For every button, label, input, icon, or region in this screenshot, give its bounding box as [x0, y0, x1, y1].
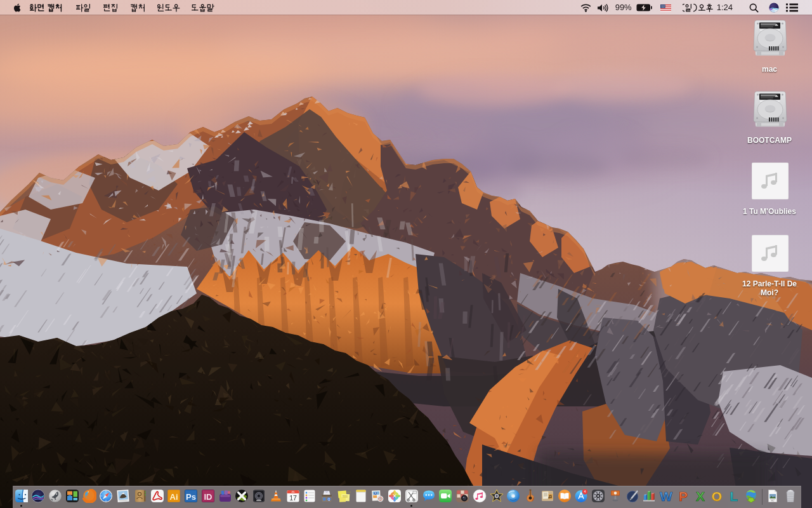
svg-text:ID: ID — [204, 491, 212, 501]
svg-text:P: P — [679, 489, 688, 503]
svg-text:Ps: Ps — [186, 491, 196, 501]
svg-text:X: X — [695, 489, 704, 503]
svg-text:Ai: Ai — [170, 491, 178, 501]
svg-text:Plans: Plans — [347, 490, 351, 493]
svg-text:Q: Q — [328, 497, 331, 501]
svg-text:N: N — [375, 492, 377, 495]
svg-text:4: 4 — [584, 490, 586, 493]
svg-text:W: W — [660, 489, 672, 503]
svg-text:O: O — [712, 489, 722, 503]
svg-text:17: 17 — [289, 493, 297, 501]
svg-text:PIC: PIC — [771, 499, 775, 502]
svg-text:L: L — [730, 489, 738, 503]
svg-text:JUL: JUL — [291, 490, 294, 493]
